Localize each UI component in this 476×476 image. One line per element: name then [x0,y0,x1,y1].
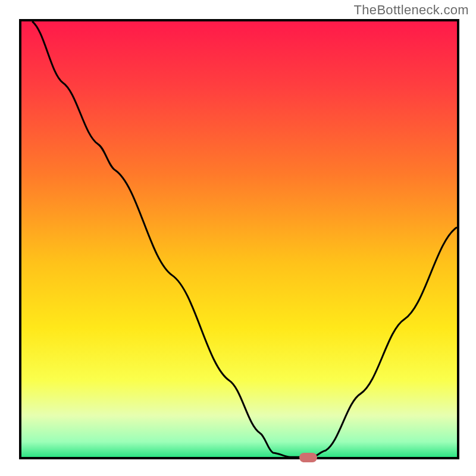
y-axis [19,19,21,459]
chart-container: TheBottleneck.com [0,0,476,476]
watermark-text: TheBottleneck.com [354,2,469,18]
plot-area [19,19,459,459]
optimal-marker [299,453,317,462]
x-axis [19,457,459,459]
bottleneck-curve [19,21,457,459]
